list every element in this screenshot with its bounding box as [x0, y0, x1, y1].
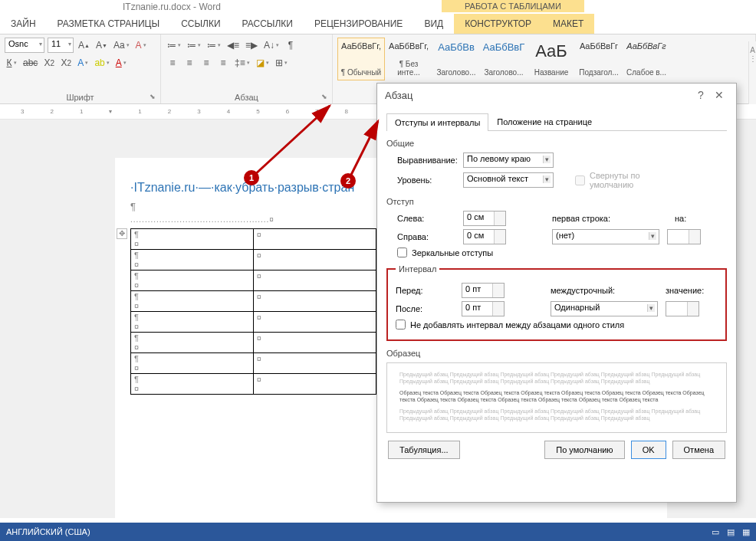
subscript-icon[interactable]: X2 [42, 55, 56, 70]
tab-references[interactable]: ССЫЛКИ [170, 14, 231, 34]
strike-icon[interactable]: abc [21, 55, 39, 70]
annotation-badge-1: 1 [244, 170, 259, 185]
noadd-checkbox[interactable] [396, 320, 406, 330]
interval-legend: Интервал [396, 264, 439, 274]
numbering-icon[interactable]: ≔ [186, 38, 202, 53]
linespacing-label: междустрочный: [551, 286, 643, 295]
right-label: Справа: [386, 232, 463, 241]
linespacing-at-spin[interactable] [666, 301, 699, 316]
level-label: Уровень: [386, 175, 463, 185]
font-launcher-icon[interactable]: ⬊ [148, 93, 157, 102]
clear-format-icon[interactable]: A [134, 38, 148, 53]
justify-icon[interactable]: ≡ [216, 55, 230, 70]
styles-gallery: АаБбВвГг,¶ Обычный АаБбВвГг,¶ Без инте..… [337, 38, 751, 80]
tabs-button[interactable]: Табуляция... [388, 441, 460, 459]
firstline-select[interactable]: (нет) [552, 229, 659, 244]
borders-icon[interactable]: ⊞ [274, 55, 289, 70]
firstline-by-spin[interactable] [667, 229, 701, 244]
indent-left-spin[interactable]: 0 см [463, 211, 506, 226]
help-icon[interactable]: ? [692, 89, 710, 101]
font-name-box[interactable]: Osnc [5, 38, 44, 53]
align-label: Выравнивание: [386, 156, 463, 165]
pilcrow-icon[interactable]: ¶ [284, 38, 297, 53]
style-title[interactable]: АаБНазвание [528, 38, 575, 80]
value-label: значение: [666, 286, 704, 295]
weblayout-icon[interactable]: ▦ [742, 527, 750, 537]
align-left-icon[interactable]: ≡ [166, 55, 179, 70]
tab-review[interactable]: РЕЦЕНЗИРОВАНИЕ [304, 14, 413, 34]
bullets-icon[interactable]: ≔ [166, 38, 182, 53]
group-font-label: Шрифт⬊ [5, 93, 156, 102]
annotation-arrow-1 [245, 100, 345, 184]
multilevel-icon[interactable]: ≔ [205, 38, 222, 53]
table-tools-label: РАБОТА С ТАБЛИЦАМИ [442, 0, 584, 12]
tab-table-layout[interactable]: МАКЕТ [542, 14, 594, 34]
section-indent: Отступ [386, 197, 727, 206]
shrink-font-icon[interactable]: A▼ [94, 38, 109, 53]
before-label: Перед: [396, 286, 462, 295]
alpha-pane-edge: А⋮ [748, 41, 756, 110]
style-heading1[interactable]: АаБбВвЗаголово... [432, 38, 480, 80]
indent-right-spin[interactable]: 0 см [463, 229, 506, 244]
table-move-handle[interactable]: ✥ [117, 228, 127, 239]
section-general: Общие [386, 139, 727, 148]
dialog-title: Абзац [385, 90, 413, 101]
firstline-label: первая строка: [552, 214, 644, 223]
shading-icon[interactable]: ◪ [255, 55, 271, 70]
after-label: После: [396, 304, 462, 313]
style-subtitle[interactable]: АаБбВвГгПодзагол... [575, 38, 623, 80]
svg-line-0 [253, 106, 330, 176]
on-label: на: [675, 214, 686, 223]
default-button[interactable]: По умолчанию [544, 441, 624, 459]
left-label: Слева: [386, 214, 463, 223]
font-color-icon[interactable]: A [114, 55, 128, 70]
status-language[interactable]: АНГЛИЙСКИЙ (США) [6, 527, 90, 536]
title-bar: ITznanie.ru.docx - Word [0, 0, 756, 14]
dialog-titlebar[interactable]: Абзац ? ✕ [377, 84, 736, 107]
style-subtle[interactable]: АаБбВвГгСлабое в... [623, 38, 670, 80]
align-right-icon[interactable]: ≡ [199, 55, 213, 70]
style-heading2[interactable]: АаБбВвГЗаголово... [480, 38, 528, 80]
linespacing-select[interactable]: Одинарный [551, 301, 658, 316]
level-select[interactable]: Основной текст [463, 172, 554, 188]
tab-mailings[interactable]: РАССЫЛКИ [232, 14, 304, 34]
increase-indent-icon[interactable]: ≡▶ [244, 38, 259, 53]
text-effects-icon[interactable]: A [76, 55, 90, 70]
annotation-badge-2: 2 [340, 173, 356, 189]
decrease-indent-icon[interactable]: ◀≡ [225, 38, 241, 53]
status-bar: АНГЛИЙСКИЙ (США) ▭ ▤ ▦ [0, 523, 756, 541]
svg-line-1 [350, 121, 378, 178]
printlayout-icon[interactable]: ▤ [727, 527, 735, 537]
before-spin[interactable]: 0 пт [462, 283, 505, 298]
sort-icon[interactable]: A↓ [262, 38, 281, 53]
grow-font-icon[interactable]: A▲ [77, 38, 91, 53]
readmode-icon[interactable]: ▭ [712, 527, 719, 537]
underline-icon[interactable]: К [5, 55, 18, 70]
interval-fieldset: Интервал Перед: 0 пт междустрочный: знач… [386, 264, 727, 341]
align-select[interactable]: По левому краю [463, 152, 554, 168]
style-normal[interactable]: АаБбВвГг,¶ Обычный [337, 38, 385, 80]
paragraph-dialog: Абзац ? ✕ Отступы и интервалы Положение … [376, 83, 737, 503]
align-center-icon[interactable]: ≡ [182, 55, 196, 70]
document-title: ITznanie.ru.docx - Word [123, 2, 221, 12]
ribbon-tabs: ЗАЙН РАЗМЕТКА СТРАНИЦЫ ССЫЛКИ РАССЫЛКИ Р… [0, 14, 756, 34]
section-sample: Образец [386, 349, 727, 358]
tab-view[interactable]: ВИД [413, 14, 454, 34]
tab-indents[interactable]: Отступы и интервалы [386, 113, 488, 131]
cancel-button[interactable]: Отмена [672, 441, 725, 459]
ok-button[interactable]: OK [631, 441, 666, 459]
line-spacing-icon[interactable]: ‡≡ [233, 55, 251, 70]
superscript-icon[interactable]: X2 [59, 55, 73, 70]
tab-table-design[interactable]: КОНСТРУКТОР [454, 14, 542, 34]
change-case-icon[interactable]: Aa [112, 38, 131, 53]
mirror-checkbox[interactable] [397, 248, 407, 257]
tab-design[interactable]: ЗАЙН [0, 14, 47, 34]
highlight-icon[interactable]: ab [93, 55, 110, 70]
collapse-checkbox [575, 175, 585, 185]
tab-line-page[interactable]: Положение на странице [488, 113, 600, 130]
font-size-box[interactable]: 11 [48, 38, 74, 53]
style-nospacing[interactable]: АаБбВвГг,¶ Без инте... [385, 38, 432, 80]
tab-page-layout[interactable]: РАЗМЕТКА СТРАНИЦЫ [47, 14, 171, 34]
close-icon[interactable]: ✕ [710, 89, 728, 101]
after-spin[interactable]: 0 пт [462, 301, 505, 316]
